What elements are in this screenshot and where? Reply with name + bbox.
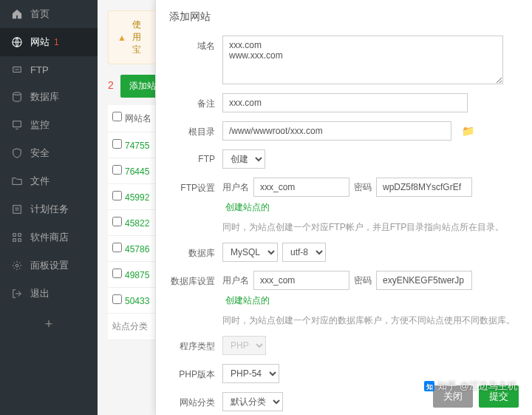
row-checkbox[interactable] [112,269,122,278]
php-select[interactable]: PHP-54 [222,364,279,383]
php-label: PHP版本 [169,364,222,381]
sidebar-item-label: 计划任务 [30,203,69,216]
sidebar-item-store[interactable]: 软件商店 [0,223,98,252]
db-pwd-input[interactable] [376,271,472,290]
row-checkbox[interactable] [112,243,122,252]
step-badge: 2 [108,79,114,91]
ftp-pwd-input[interactable] [376,178,472,197]
site-link[interactable]: 45786 [125,244,149,254]
monitor-icon [11,119,23,131]
category-select[interactable]: 默认分类 [222,392,283,411]
program-select: PHP [222,336,266,355]
table-row: 50433 [108,288,161,314]
sidebar-item-ftp[interactable]: FTP [0,56,98,83]
sidebar-item-website[interactable]: 网站1 [0,28,98,56]
table-row: 45822 [108,210,161,236]
root-label: 根目录 [169,121,222,138]
create-link[interactable]: 创建站点的 [225,201,270,214]
svg-rect-7 [18,239,21,242]
cancel-button[interactable]: 关闭 [433,385,473,408]
warning-bar: ▲使用宝 [108,10,158,64]
domain-label: 域名 [169,36,222,53]
db-hint: 同时，为站点创建一个对应的数据库帐户，方便不同站点使用不同数据库。 [222,314,519,327]
table-row: 74755 [108,132,161,158]
db-settings-label: 数据库设置 [169,271,222,288]
svg-rect-2 [13,121,21,127]
category-row: 站点分类 [108,314,161,340]
site-link[interactable]: 50433 [125,296,149,306]
sidebar-item-label: 网站 [30,36,50,49]
site-link[interactable]: 45822 [125,218,149,229]
table-row: 49875 [108,262,161,288]
db-pwd-label: 密码 [354,274,372,287]
row-checkbox[interactable] [112,191,122,200]
submit-button[interactable]: 提交 [479,385,519,408]
sidebar-item-files[interactable]: 文件 [0,167,98,195]
site-link[interactable]: 76445 [125,166,149,177]
row-checkbox[interactable] [112,217,122,226]
add-site-modal: 添加网站 域名 备注 根目录 📁 FTP 创建 FTP设置 用户名 密码 创建站… [155,0,532,415]
db-charset-select[interactable]: utf-8 [282,243,326,262]
sidebar-item-settings[interactable]: 面板设置 [0,252,98,280]
site-link[interactable]: 74755 [125,141,149,151]
store-icon [11,232,23,243]
ftp-select[interactable]: 创建 [222,149,265,169]
folder-picker-icon[interactable]: 📁 [462,125,474,137]
db-label: 数据库 [169,243,222,260]
sidebar-item-cron[interactable]: 计划任务 [0,195,98,223]
sidebar-item-monitor[interactable]: 监控 [0,111,98,139]
home-icon [11,8,23,20]
sidebar-add[interactable]: + [0,308,98,341]
sidebar-item-label: 监控 [30,118,50,132]
sidebar-item-label: 安全 [30,146,50,160]
db-user-input[interactable] [253,271,349,290]
sidebar-item-database[interactable]: 数据库 [0,83,98,111]
sidebar-item-label: 首页 [30,7,50,21]
svg-rect-4 [13,234,16,237]
create-link-2[interactable]: 创建站点的 [225,294,270,307]
logout-icon [11,288,23,300]
sidebar-item-label: FTP [30,64,49,75]
ftp-label: FTP [169,149,222,164]
sidebar-item-security[interactable]: 安全 [0,139,98,167]
sidebar-item-label: 面板设置 [30,259,69,272]
globe-icon [11,36,23,48]
badge: 1 [54,37,59,47]
remark-input[interactable] [222,93,468,112]
modal-title: 添加网站 [169,10,519,24]
shield-icon [11,147,23,159]
svg-rect-3 [13,206,21,214]
ftp-settings-label: FTP设置 [169,178,222,195]
sidebar-item-label: 数据库 [30,90,59,104]
database-icon [11,91,23,103]
folder-icon [11,175,23,187]
row-checkbox[interactable] [112,165,122,175]
select-all-checkbox[interactable] [112,112,122,121]
domain-input[interactable] [222,36,503,84]
row-checkbox[interactable] [112,139,122,149]
root-input[interactable] [222,121,451,141]
table-row: 76445 [108,158,161,184]
db-type-select[interactable]: MySQL [222,243,278,262]
site-link[interactable]: 45992 [125,192,149,203]
ftp-hint: 同时，为站点创建一个对应FTP帐户，并且FTP目录指向站点所在目录。 [222,221,519,234]
sidebar-item-label: 退出 [30,287,50,300]
svg-point-1 [13,92,21,95]
site-link[interactable]: 49875 [125,270,149,280]
row-checkbox[interactable] [112,294,122,304]
sidebar-item-label: 软件商店 [30,231,69,244]
table-row: 45992 [108,184,161,210]
ftp-user-input[interactable] [253,178,349,197]
db-user-label: 用户名 [222,274,249,287]
task-icon [11,203,23,215]
settings-icon [11,260,23,271]
sidebar-item-label: 文件 [30,175,50,188]
sidebar-item-home[interactable]: 首页 [0,0,98,28]
svg-point-8 [16,264,18,267]
warning-icon: ▲ [117,33,126,43]
user-label: 用户名 [222,181,249,194]
table-row: 45786 [108,236,161,262]
remark-label: 备注 [169,93,222,110]
svg-rect-5 [18,234,21,237]
sidebar-item-logout[interactable]: 退出 [0,280,98,308]
